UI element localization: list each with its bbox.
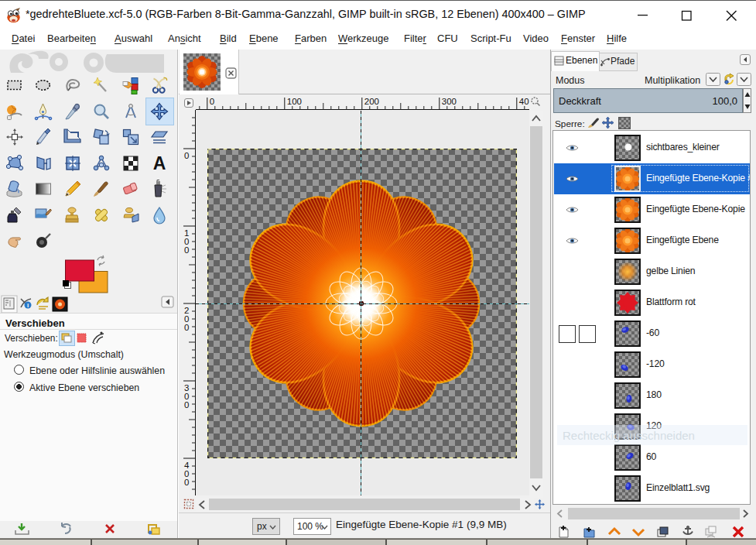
svg-text:300: 300 — [442, 97, 457, 106]
svg-text:200: 200 — [364, 97, 379, 106]
svg-text:0: 0 — [184, 323, 189, 332]
svg-text:0: 0 — [210, 97, 214, 106]
svg-text:0: 0 — [184, 478, 189, 487]
svg-text:A: A — [153, 154, 166, 173]
svg-text:0: 0 — [184, 245, 189, 255]
svg-text:100: 100 — [287, 97, 302, 106]
svg-text:40: 40 — [519, 97, 529, 106]
svg-text:0: 0 — [184, 151, 189, 160]
svg-text:i: i — [27, 302, 29, 309]
svg-text:0: 0 — [184, 400, 189, 410]
